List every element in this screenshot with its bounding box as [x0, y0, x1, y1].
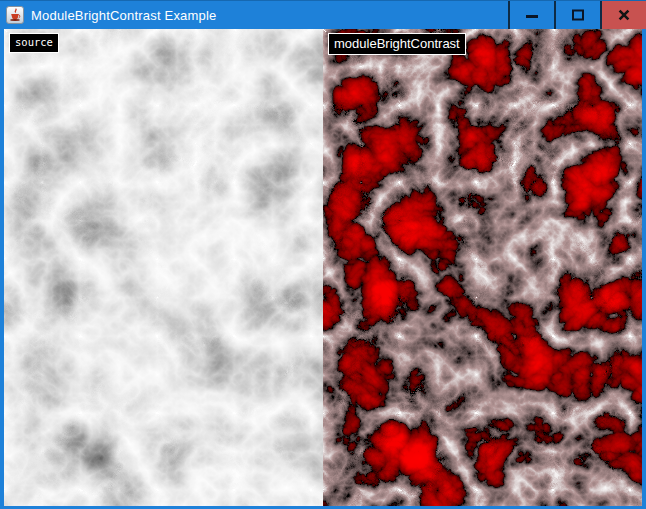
window-controls — [508, 1, 646, 29]
minimize-button[interactable] — [508, 1, 554, 29]
source-noise-image — [4, 29, 323, 506]
source-image-label: source — [9, 33, 59, 53]
minimize-icon — [525, 8, 539, 22]
app-window: ModuleBrightContrast Example — [0, 0, 646, 509]
image-panels-row: source moduleBrightContrast — [0, 29, 646, 506]
processed-noise-image — [323, 29, 642, 506]
java-coffee-cup-icon — [6, 6, 24, 24]
maximize-icon — [571, 8, 585, 22]
source-image-panel: source — [4, 29, 323, 506]
window-title: ModuleBrightContrast Example — [31, 8, 217, 23]
maximize-button[interactable] — [554, 1, 600, 29]
close-icon — [617, 8, 631, 22]
close-button[interactable] — [600, 1, 646, 29]
processed-image-label: moduleBrightContrast — [328, 33, 466, 55]
titlebar[interactable]: ModuleBrightContrast Example — [0, 1, 646, 29]
processed-image-panel: moduleBrightContrast — [323, 29, 642, 506]
